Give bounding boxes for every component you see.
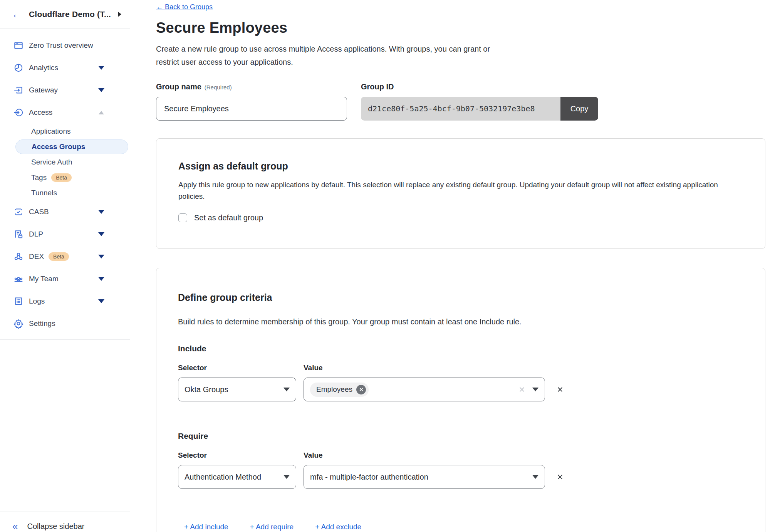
required-hint: (Required) [205,84,232,91]
add-require-link[interactable]: + Add require [250,523,294,531]
selected-option: Okta Groups [185,385,280,394]
clear-values-icon[interactable] [518,386,525,393]
require-selector-dropdown[interactable]: Authentication Method [178,465,296,489]
sidebar-item-label: Access Groups [32,143,85,151]
require-heading: Require [178,431,726,441]
group-name-input[interactable] [156,97,347,121]
double-chevron-left-icon: « [12,521,18,531]
nav-divider [0,339,130,340]
sidebar-header: ← Cloudflare Demo (T... [0,0,130,29]
selector-label: Selector [178,451,304,460]
require-labels-row: Selector Value [178,451,726,460]
sidebar-item-analytics[interactable]: Analytics [0,57,130,79]
sidebar-item-access-groups[interactable]: Access Groups [15,139,128,154]
include-selector-dropdown[interactable]: Okta Groups [178,378,296,401]
include-value-multiselect[interactable]: Employees [304,378,545,401]
chevron-down-icon[interactable] [98,232,104,236]
sidebar: ← Cloudflare Demo (T... Zero Trust overv… [0,0,130,532]
set-default-group-checkbox-row[interactable]: Set as default group [178,213,723,222]
sidebar-item-label: CASB [29,208,49,216]
sidebar-item-zero-trust-overview[interactable]: Zero Trust overview [0,34,130,57]
collapse-sidebar-button[interactable]: « Collapse sidebar [0,512,130,532]
sidebar-item-tunnels[interactable]: Tunnels [15,186,128,200]
chevron-right-icon[interactable] [118,12,121,17]
sidebar-nav: Zero Trust overview Analytics Gateway [0,29,130,340]
gear-icon [13,319,23,329]
card-description: Build rules to determine membership of t… [178,317,726,326]
sidebar-item-label: Logs [29,297,45,305]
group-id-field-group: Group ID d21ce80f-5a25-4bcf-9b07-5032197… [361,82,598,121]
main-content: ← Back to Groups Secure Employees Create… [130,0,770,532]
sidebar-item-dex[interactable]: DEX Beta [0,245,130,268]
app-window: ← Cloudflare Demo (T... Zero Trust overv… [0,0,770,532]
sidebar-item-label: My Team [29,275,59,283]
dex-icon [13,252,23,262]
sidebar-item-logs[interactable]: Logs [0,290,130,312]
back-to-groups-link[interactable]: ← Back to Groups [156,3,213,11]
group-id-value: d21ce80f-5a25-4bcf-9b07-5032197e3be8 [361,97,560,121]
chevron-down-icon[interactable] [98,255,104,258]
require-rule-row: Authentication Method mfa - multiple-fac… [178,465,726,489]
copy-button[interactable]: Copy [560,97,598,121]
sidebar-item-label: Applications [31,127,70,136]
page-description: Create a new rule group to use across mu… [156,42,507,69]
sidebar-item-my-team[interactable]: My Team [0,268,130,290]
card-description: Apply this rule group to new application… [178,179,721,202]
chevron-down-icon [532,475,538,479]
chevron-down-icon [532,388,538,391]
remove-require-rule-icon[interactable] [557,473,564,480]
dlp-lock-icon [13,229,23,240]
sidebar-item-label: Service Auth [31,158,72,166]
beta-badge: Beta [51,173,72,182]
sidebar-item-casb[interactable]: CASB [0,201,130,223]
sidebar-item-tags[interactable]: Tags Beta [15,170,128,185]
group-name-label: Group name [156,82,201,91]
include-rule-row: Okta Groups Employees [178,378,726,401]
chevron-down-icon[interactable] [98,277,104,281]
selector-label: Selector [178,364,304,372]
sidebar-item-label: DEX [29,252,44,261]
chevron-down-icon[interactable] [98,88,104,92]
card-title: Assign as default group [178,161,723,172]
team-icon [13,274,23,284]
sidebar-item-access[interactable]: Access [0,101,130,124]
add-exclude-link[interactable]: + Add exclude [315,523,361,531]
remove-include-rule-icon[interactable] [557,386,564,393]
set-default-group-checkbox[interactable] [178,213,187,222]
value-tag-label: Employees [316,385,352,394]
chevron-down-icon [284,388,290,391]
value-label: Value [304,364,323,372]
add-rule-links: + Add include + Add require + Add exclud… [184,523,726,531]
sidebar-item-applications[interactable]: Applications [15,124,128,139]
chevron-down-icon[interactable] [98,66,104,70]
account-name: Cloudflare Demo (T... [29,10,118,19]
sidebar-item-dlp[interactable]: DLP [0,223,130,245]
sidebar-item-gateway[interactable]: Gateway [0,79,130,101]
card-title: Define group criteria [178,292,726,303]
back-arrow-icon[interactable]: ← [12,9,22,20]
sidebar-item-label: Settings [29,319,55,328]
chevron-down-icon[interactable] [98,299,104,303]
group-name-field-group: Group name(Required) [156,82,347,121]
add-include-link[interactable]: + Add include [184,523,228,531]
sidebar-item-settings[interactable]: Settings [0,312,130,335]
chevron-up-icon[interactable] [99,111,104,114]
access-subnav: Applications Access Groups Service Auth … [0,124,130,201]
pie-chart-icon [13,63,23,73]
sidebar-item-label: Tags [31,173,47,182]
sidebar-item-label: DLP [29,230,43,238]
sidebar-item-label: Zero Trust overview [29,41,93,50]
set-default-group-label: Set as default group [194,213,263,222]
group-id-label: Group ID [361,82,598,91]
require-value-dropdown[interactable]: mfa - multiple-factor authentication [304,465,545,489]
selected-option: mfa - multiple-factor authentication [310,473,528,482]
sidebar-item-label: Tunnels [31,189,57,197]
sidebar-item-service-auth[interactable]: Service Auth [15,155,128,170]
sidebar-item-label: Gateway [29,86,58,94]
selected-option: Authentication Method [185,473,280,482]
remove-tag-icon[interactable] [356,385,366,394]
define-group-criteria-card: Define group criteria Build rules to det… [156,268,765,532]
group-name-id-row: Group name(Required) Group ID d21ce80f-5… [156,82,770,121]
access-icon [13,107,23,118]
chevron-down-icon[interactable] [98,210,104,214]
